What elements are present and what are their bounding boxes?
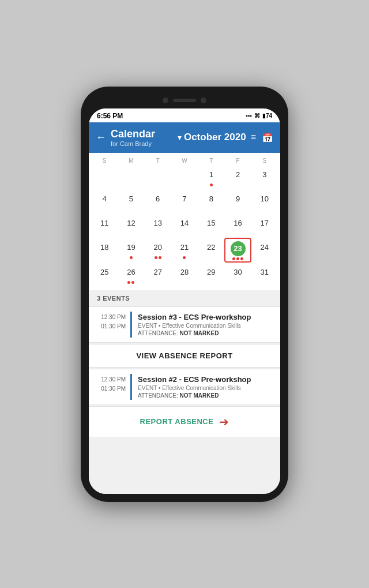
view-absence-button[interactable]: VIEW ABSENCE REPORT xyxy=(89,344,280,368)
event-attendance-2: ATTENDANCE: NOT MARKED xyxy=(138,392,274,399)
report-absence-label: REPORT ABSENCE xyxy=(140,417,214,426)
calendar-date: 19 xyxy=(123,240,138,255)
calendar-cell[interactable]: 31 xyxy=(251,263,278,287)
calendar-cell[interactable]: 26 xyxy=(118,263,144,287)
calendar-date: 11 xyxy=(97,216,112,231)
calendar-cell[interactable]: 18 xyxy=(91,238,118,263)
calendar-dot xyxy=(130,256,133,259)
calendar-cell[interactable]: 1 xyxy=(198,165,224,189)
calendar-cell[interactable]: 13 xyxy=(145,214,171,238)
calendar-cell[interactable]: 12 xyxy=(118,214,144,238)
calendar-cell[interactable]: 25 xyxy=(91,263,118,287)
event-subtitle-1: EVENT • Effective Communication Skills xyxy=(138,323,274,329)
header-title: Calendar xyxy=(111,128,173,140)
calendar-date: 29 xyxy=(204,265,219,280)
calendar-date xyxy=(97,167,112,182)
wifi-icon: ⌘ xyxy=(254,113,260,119)
calendar-cell[interactable] xyxy=(118,165,144,189)
calendar-date: 9 xyxy=(231,192,246,207)
calendar-dots xyxy=(127,281,134,284)
calendar-date: 4 xyxy=(97,192,112,207)
signal-icon: ▪▪▪ xyxy=(246,113,252,119)
event-card-2[interactable]: 12:30 PM 01:30 PM Session #2 - ECS Pre-w… xyxy=(89,369,280,405)
calendar-date: 25 xyxy=(97,265,112,280)
calendar-dot xyxy=(232,257,235,260)
calendar-dot xyxy=(155,256,157,259)
calendar-cell[interactable]: 21 xyxy=(171,238,198,263)
event-card-1[interactable]: 12:30 PM 01:30 PM Session #3 - ECS Pre-w… xyxy=(89,306,280,343)
calendar-day-headers: S M T W T F S xyxy=(89,156,280,165)
calendar-cell[interactable]: 6 xyxy=(145,189,171,214)
calendar-cell[interactable]: 22 xyxy=(198,238,224,263)
day-label-thu: T xyxy=(198,156,224,165)
front-camera xyxy=(163,98,168,103)
calendar-cell[interactable]: 2 xyxy=(224,165,251,189)
calendar-cell[interactable]: 28 xyxy=(171,263,198,287)
back-button[interactable]: ← xyxy=(96,132,106,144)
header-subtitle: for Cam Brady xyxy=(111,140,173,147)
event-start-time-2: 12:30 PM xyxy=(93,375,126,384)
calendar-cell[interactable] xyxy=(171,165,198,189)
filter-icon[interactable]: ≡ xyxy=(251,132,256,143)
report-absence-button[interactable]: REPORT ABSENCE ➔ xyxy=(89,406,280,437)
calendar-date: 26 xyxy=(123,265,138,280)
calendar-cell[interactable]: 24 xyxy=(251,238,278,263)
calendar-date: 1 xyxy=(204,167,219,182)
calendar-cell[interactable]: 23 xyxy=(224,238,251,263)
calendar-cell[interactable]: 30 xyxy=(224,263,251,287)
calendar-date: 31 xyxy=(257,265,272,280)
calendar-view-icon[interactable]: 📅 xyxy=(262,132,273,143)
calendar-date: 7 xyxy=(177,192,192,207)
calendar-cell[interactable]: 4 xyxy=(91,189,118,214)
calendar-cell[interactable]: 15 xyxy=(198,214,224,238)
calendar-dot xyxy=(240,257,243,260)
event-title-1: Session #3 - ECS Pre-workshop xyxy=(138,313,274,321)
arrow-right-icon: ➔ xyxy=(219,415,229,429)
day-label-tue: T xyxy=(145,156,171,165)
day-label-mon: M xyxy=(118,156,144,165)
calendar-date: 8 xyxy=(204,192,219,207)
calendar-date: 22 xyxy=(204,240,219,255)
calendar-cell[interactable]: 5 xyxy=(118,189,144,214)
calendar-date: 2 xyxy=(231,167,246,182)
calendar-cell[interactable]: 9 xyxy=(224,189,251,214)
calendar-date: 12 xyxy=(123,216,138,231)
calendar-date xyxy=(123,167,138,182)
calendar-cell[interactable]: 3 xyxy=(251,165,278,189)
calendar-cell[interactable] xyxy=(145,165,171,189)
calendar-date xyxy=(177,167,192,182)
calendar-date: 10 xyxy=(257,192,272,207)
status-icons: ▪▪▪ ⌘ ▮74 xyxy=(246,113,272,119)
calendar-cell[interactable]: 20 xyxy=(145,238,171,263)
attendance-status-1: NOT MARKED xyxy=(180,330,219,336)
battery-icon: ▮74 xyxy=(262,113,272,119)
calendar-dot xyxy=(236,257,239,260)
calendar-cell[interactable]: 29 xyxy=(198,263,224,287)
event-subtitle-2: EVENT • Effective Communication Skills xyxy=(138,385,274,391)
calendar-date: 24 xyxy=(257,240,272,255)
calendar-cell[interactable]: 27 xyxy=(145,263,171,287)
calendar-cell[interactable]: 11 xyxy=(91,214,118,238)
phone-speaker xyxy=(173,99,196,102)
day-label-sun: S xyxy=(91,156,118,165)
calendar-cell[interactable]: 19 xyxy=(118,238,144,263)
calendar-cell[interactable]: 7 xyxy=(171,189,198,214)
status-time: 6:56 PM xyxy=(97,112,123,120)
calendar-cell[interactable] xyxy=(91,165,118,189)
calendar-cell[interactable]: 14 xyxy=(171,214,198,238)
status-bar: 6:56 PM ▪▪▪ ⌘ ▮74 xyxy=(89,108,280,122)
calendar-cell[interactable]: 8 xyxy=(198,189,224,214)
calendar-cell[interactable]: 16 xyxy=(224,214,251,238)
phone-screen: 6:56 PM ▪▪▪ ⌘ ▮74 ← Calendar for Cam Bra… xyxy=(89,108,280,494)
header-action-icons: ≡ 📅 xyxy=(251,132,273,143)
calendar-date: 20 xyxy=(150,240,165,255)
event-title-2: Session #2 - ECS Pre-workshop xyxy=(138,375,274,384)
calendar-date: 23 xyxy=(231,241,246,256)
month-selector[interactable]: ▾ October 2020 xyxy=(178,132,246,143)
calendar-cell[interactable]: 10 xyxy=(251,189,278,214)
front-sensor xyxy=(201,98,206,103)
calendar-area: S M T W T F S 12345678910111213141516171… xyxy=(89,153,280,290)
calendar-date: 17 xyxy=(257,216,272,231)
month-chevron-icon: ▾ xyxy=(178,133,182,142)
calendar-cell[interactable]: 17 xyxy=(251,214,278,238)
